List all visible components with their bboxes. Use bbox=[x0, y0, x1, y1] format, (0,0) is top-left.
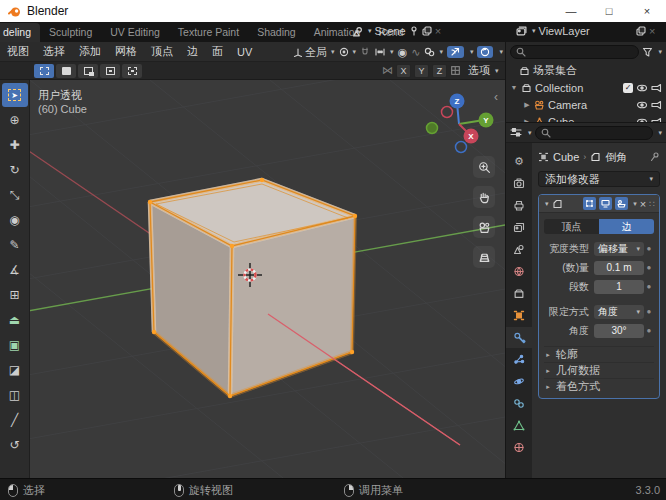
options-dropdown[interactable]: 选项 bbox=[468, 63, 490, 78]
collection-checkbox[interactable]: ✓ bbox=[623, 83, 633, 93]
viewlayer-selector[interactable]: ▾ ViewLayer bbox=[516, 25, 590, 37]
tab-world[interactable] bbox=[506, 261, 532, 282]
affect-edges-tab[interactable]: 边 bbox=[599, 219, 654, 234]
unlink-scene-icon[interactable]: × bbox=[435, 25, 441, 37]
tool-cursor[interactable]: ⊕ bbox=[2, 108, 28, 132]
tab-object-data[interactable] bbox=[506, 415, 532, 436]
tool-measure[interactable]: ∡ bbox=[2, 258, 28, 282]
section-shading[interactable]: ▸着色方式 bbox=[544, 378, 654, 394]
tab-shading[interactable]: Shading bbox=[248, 23, 305, 42]
animate-dot[interactable]: ● bbox=[644, 326, 654, 335]
tab-scene[interactable] bbox=[506, 239, 532, 260]
animate-dot[interactable]: ● bbox=[644, 282, 654, 291]
tab-texture-paint[interactable]: Texture Paint bbox=[169, 23, 248, 42]
tool-scale[interactable]: ⤡ bbox=[2, 183, 28, 207]
tool-add-cube[interactable]: ⊞ bbox=[2, 283, 28, 307]
angle-field[interactable]: 30° bbox=[594, 324, 644, 338]
collapse-panel-icon[interactable]: ▾ bbox=[545, 200, 549, 208]
drag-handle-icon[interactable]: ∷ bbox=[649, 199, 655, 209]
pin-icon[interactable] bbox=[650, 152, 660, 162]
pivot-point-dropdown[interactable]: ▾ bbox=[339, 47, 357, 57]
section-geometry[interactable]: ▸几何数据 bbox=[544, 362, 654, 378]
width-type-dropdown[interactable]: 偏移量▾ bbox=[594, 242, 644, 256]
tool-loop-cut[interactable]: ◫ bbox=[2, 383, 28, 407]
toggle-edit-mode-display[interactable] bbox=[583, 197, 596, 210]
tab-sculpting[interactable]: Sculpting bbox=[40, 23, 101, 42]
gizmo-y-neg[interactable] bbox=[427, 123, 438, 134]
tool-annotate[interactable]: ✎ bbox=[2, 233, 28, 257]
tool-extrude[interactable]: ⏏ bbox=[2, 308, 28, 332]
tab-material[interactable] bbox=[506, 437, 532, 458]
sidebar-collapse-arrow[interactable]: ‹ bbox=[494, 90, 498, 104]
disable-render-icon[interactable] bbox=[651, 83, 662, 93]
properties-editor-icon[interactable] bbox=[510, 127, 523, 138]
xray-toggle[interactable] bbox=[447, 46, 464, 58]
tab-collection-props[interactable] bbox=[506, 283, 532, 304]
menu-select[interactable]: 选择 bbox=[36, 44, 72, 59]
mirror-y-button[interactable]: Y bbox=[414, 64, 429, 78]
pan-button[interactable] bbox=[473, 186, 495, 208]
properties-search-input[interactable] bbox=[535, 126, 654, 140]
menu-mesh[interactable]: 网格 bbox=[108, 44, 144, 59]
breadcrumb-object[interactable]: Cube bbox=[553, 151, 579, 163]
transform-orientation-dropdown[interactable]: 全局▾ bbox=[293, 45, 335, 60]
show-gizmo-dropdown[interactable]: ▾ bbox=[424, 47, 443, 57]
mirror-x-button[interactable]: X bbox=[396, 64, 411, 78]
snap-toggle[interactable] bbox=[360, 47, 370, 57]
tool-transform[interactable]: ◉ bbox=[2, 208, 28, 232]
viewlayer-name[interactable]: ViewLayer bbox=[539, 25, 590, 37]
viewport-shading-dropdown[interactable] bbox=[477, 46, 493, 58]
filter-dropdown-icon[interactable]: ▾ bbox=[658, 129, 662, 137]
new-viewlayer-icon[interactable] bbox=[636, 26, 646, 36]
animate-dot[interactable]: ● bbox=[644, 244, 654, 253]
tool-move[interactable]: ✚ bbox=[2, 133, 28, 157]
minimize-button[interactable]: — bbox=[552, 0, 590, 22]
animate-dot[interactable]: ● bbox=[644, 263, 654, 272]
tab-particles[interactable] bbox=[506, 349, 532, 370]
viewport-3d[interactable]: Z Y X bbox=[0, 80, 505, 478]
gizmo-z-neg[interactable] bbox=[456, 142, 467, 153]
tool-spin[interactable]: ↺ bbox=[2, 433, 28, 457]
menu-vertex[interactable]: 顶点 bbox=[144, 44, 180, 59]
select-mode-subtract[interactable] bbox=[78, 64, 98, 78]
section-profile[interactable]: ▸轮廓 bbox=[544, 346, 654, 362]
remove-viewlayer-icon[interactable]: × bbox=[649, 25, 655, 37]
select-mode-invert[interactable] bbox=[100, 64, 120, 78]
breadcrumb-modifier[interactable]: 倒角 bbox=[605, 150, 627, 165]
proportional-editing-toggle[interactable]: ◉ bbox=[398, 46, 408, 59]
tab-constraints[interactable] bbox=[506, 393, 532, 414]
zoom-button[interactable] bbox=[473, 156, 495, 178]
select-mode-intersect[interactable] bbox=[122, 64, 142, 78]
tab-view-layer[interactable] bbox=[506, 217, 532, 238]
tab-physics[interactable] bbox=[506, 371, 532, 392]
tab-object[interactable] bbox=[506, 305, 532, 326]
hide-eye-icon[interactable] bbox=[636, 83, 648, 93]
snap-with-dropdown[interactable]: ▾ bbox=[374, 47, 394, 57]
segments-field[interactable]: 1 bbox=[594, 280, 644, 294]
proportional-falloff-dropdown[interactable]: ∿ bbox=[411, 46, 420, 59]
tab-uv-editing[interactable]: UV Editing bbox=[101, 23, 169, 42]
tool-inset-faces[interactable]: ▣ bbox=[2, 333, 28, 357]
camera-view-button[interactable] bbox=[473, 216, 495, 238]
tool-knife[interactable]: ╱ bbox=[2, 408, 28, 432]
scene-name[interactable]: Scene bbox=[375, 25, 406, 37]
mirror-z-button[interactable]: Z bbox=[432, 64, 447, 78]
perspective-toggle-button[interactable] bbox=[473, 246, 495, 268]
tab-tool[interactable]: ⚙ bbox=[506, 151, 532, 172]
modifier-extras-icon[interactable]: ▾ bbox=[633, 200, 637, 208]
menu-edge[interactable]: 边 bbox=[180, 44, 205, 59]
filter-icon[interactable] bbox=[642, 47, 653, 57]
outliner-search-input[interactable] bbox=[510, 45, 639, 59]
gizmo-x-neg[interactable] bbox=[442, 107, 453, 118]
scene-selector[interactable]: ▾ Scene × bbox=[352, 25, 441, 37]
snap-grid-icon[interactable] bbox=[450, 65, 461, 76]
animate-dot[interactable]: ● bbox=[644, 307, 654, 316]
expand-icon[interactable]: ▶ bbox=[523, 101, 531, 109]
outliner-row-cube[interactable]: ▶ Cube bbox=[506, 113, 666, 123]
maximize-button[interactable]: □ bbox=[590, 0, 628, 22]
tool-select-box[interactable]: ➤ bbox=[2, 83, 28, 107]
pin-icon[interactable] bbox=[409, 26, 419, 36]
outliner-row-camera[interactable]: ▶ Camera bbox=[506, 96, 666, 113]
disable-render-icon[interactable] bbox=[651, 100, 662, 110]
add-modifier-button[interactable]: 添加修改器 ▾ bbox=[538, 171, 660, 187]
